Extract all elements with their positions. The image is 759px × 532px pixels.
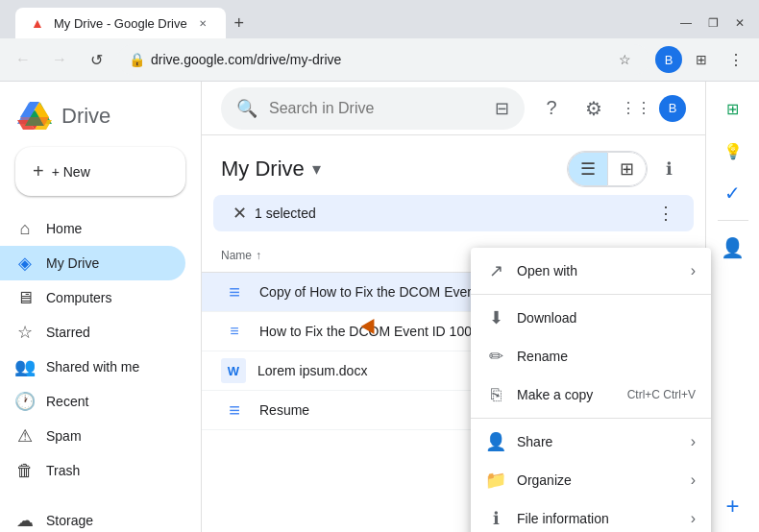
extensions-icon[interactable]: ⊞: [686, 44, 717, 75]
browser-chrome: ▲ My Drive - Google Drive ✕ + — ❐ ✕ ← → …: [0, 0, 759, 82]
sidebar-item-home[interactable]: ⌂ Home: [0, 211, 185, 246]
menu-item-open-with[interactable]: ↗ Open with ›: [471, 252, 711, 290]
grid-view-icon: ⊞: [620, 158, 634, 180]
contacts-icon[interactable]: 👤: [714, 229, 752, 267]
download-icon: ⬇: [486, 308, 505, 327]
sidebar-item-label-my-drive: My Drive: [46, 255, 99, 271]
bookmark-icon[interactable]: ☆: [611, 46, 638, 73]
menu-item-label: Download: [517, 310, 696, 326]
sidebar-item-starred[interactable]: ☆ Starred: [0, 315, 185, 350]
help-button[interactable]: ?: [532, 89, 571, 128]
right-sidebar: ⊞ 💡 ✓ 👤 +: [705, 82, 759, 532]
sheets-icon[interactable]: ⊞: [714, 89, 752, 128]
menu-item-label: Rename: [517, 349, 696, 364]
tab-close-button[interactable]: ✕: [195, 15, 210, 31]
copy-icon: ⎘: [486, 385, 505, 404]
info-button[interactable]: ℹ: [651, 152, 686, 186]
tab-favicon: ▲: [31, 15, 46, 31]
minimize-button[interactable]: —: [674, 12, 698, 35]
storage-icon: ☁: [15, 511, 35, 530]
add-apps-button[interactable]: +: [714, 487, 752, 525]
browser-menu-button[interactable]: ⋮: [721, 44, 751, 75]
new-button-label: + New: [52, 164, 90, 180]
selection-bar: ✕ 1 selected ⋮: [213, 195, 694, 231]
menu-item-file-information[interactable]: ℹ File information ›: [471, 499, 711, 532]
search-bar[interactable]: 🔍 ⊟: [221, 87, 525, 130]
page-title: My Drive: [221, 157, 305, 181]
sidebar-item-spam[interactable]: ⚠ Spam: [0, 419, 185, 453]
filter-icon[interactable]: ⊟: [495, 98, 509, 119]
sidebar-item-shared-with-me[interactable]: 👥 Shared with me: [0, 350, 185, 384]
file-icon: ≡: [221, 278, 248, 305]
apps-button[interactable]: ⋮⋮: [617, 89, 655, 128]
settings-button[interactable]: ⚙: [575, 89, 613, 128]
list-view-button[interactable]: ☰: [568, 152, 607, 186]
window-controls: — ❐ ✕: [674, 12, 751, 35]
menu-item-download[interactable]: ⬇ Download: [471, 299, 711, 337]
submenu-arrow: ›: [691, 433, 696, 450]
profile-avatar[interactable]: B: [659, 95, 686, 122]
tasks-icon[interactable]: ✓: [714, 174, 752, 212]
open-with-icon: ↗: [486, 261, 505, 280]
drive-logo: Drive: [0, 89, 201, 147]
right-sidebar-divider: [718, 220, 748, 221]
address-icons: ☆: [611, 46, 638, 73]
drive-header: 🔍 ⊟ ? ⚙ ⋮⋮ B: [202, 82, 705, 135]
close-button[interactable]: ✕: [728, 12, 751, 35]
spam-icon: ⚠: [15, 426, 35, 446]
new-button[interactable]: + + New: [15, 147, 185, 196]
selection-count: 1 selected: [255, 206, 649, 221]
sidebar-item-my-drive[interactable]: ◈ My Drive: [0, 246, 185, 280]
keep-icon[interactable]: 💡: [714, 132, 752, 170]
list-view-icon: ☰: [580, 158, 596, 180]
home-icon: ⌂: [15, 219, 35, 238]
sidebar-item-label-computers: Computers: [46, 290, 111, 305]
computers-icon: 🖥: [15, 288, 35, 307]
sidebar-item-storage[interactable]: ☁ Storage: [0, 503, 185, 532]
submenu-arrow: ›: [691, 472, 696, 489]
sidebar-item-label-recent: Recent: [46, 394, 88, 409]
selection-more-button[interactable]: ⋮: [657, 203, 674, 224]
new-tab-button[interactable]: +: [226, 10, 253, 36]
file-icon: ≡: [221, 397, 248, 423]
restore-button[interactable]: ❐: [701, 12, 724, 35]
search-icon: 🔍: [236, 98, 257, 119]
sidebar-item-computers[interactable]: 🖥 Computers: [0, 280, 185, 315]
search-input[interactable]: [269, 100, 483, 117]
content-header: My Drive ▾ ☰ ⊞ ℹ: [202, 135, 705, 195]
selection-close-button[interactable]: ✕: [233, 203, 247, 224]
menu-item-rename[interactable]: ✏ Rename: [471, 337, 711, 375]
tab-bar: ▲ My Drive - Google Drive ✕ + — ❐ ✕: [0, 0, 759, 38]
sidebar-item-label-home: Home: [46, 221, 82, 236]
browser-action-icons: B ⊞ ⋮: [655, 44, 751, 75]
sidebar: Drive + + New ⌂ Home ◈ My Drive 🖥 Comput…: [0, 82, 202, 532]
submenu-arrow: ›: [691, 262, 696, 279]
title-dropdown-icon[interactable]: ▾: [312, 158, 321, 180]
back-button[interactable]: ←: [8, 44, 38, 75]
address-bar[interactable]: 🔒 drive.google.com/drive/my-drive ☆: [117, 44, 649, 75]
file-icon: ≡: [221, 318, 248, 345]
shared-icon: 👥: [15, 357, 35, 376]
sidebar-item-label-trash: Trash: [46, 463, 80, 478]
menu-item-share[interactable]: 👤 Share ›: [471, 423, 711, 461]
menu-item-organize[interactable]: 📁 Organize ›: [471, 461, 711, 499]
lock-icon: 🔒: [129, 52, 145, 67]
active-tab[interactable]: ▲ My Drive - Google Drive ✕: [15, 8, 226, 38]
sidebar-item-trash[interactable]: 🗑 Trash: [0, 453, 185, 488]
grid-view-button[interactable]: ⊞: [607, 152, 647, 186]
address-text: drive.google.com/drive/my-drive: [151, 52, 605, 67]
drive-logo-icon: [15, 97, 54, 135]
forward-button[interactable]: →: [44, 44, 75, 75]
context-menu: ↗ Open with › ⬇ Download ✏ Rename ⎘ Make…: [471, 248, 711, 532]
menu-item-make-copy[interactable]: ⎘ Make a copy Ctrl+C Ctrl+V: [471, 375, 711, 414]
share-icon: 👤: [486, 432, 505, 451]
profile-button[interactable]: B: [655, 46, 682, 73]
content-title: My Drive ▾: [221, 157, 321, 181]
menu-item-label: Share: [517, 434, 679, 449]
sidebar-item-label-shared: Shared with me: [46, 359, 139, 375]
sidebar-item-recent[interactable]: 🕐 Recent: [0, 384, 185, 419]
refresh-button[interactable]: ↺: [81, 44, 111, 75]
address-bar-row: ← → ↺ 🔒 drive.google.com/drive/my-drive …: [0, 38, 759, 81]
rename-icon: ✏: [486, 347, 505, 366]
organize-icon: 📁: [486, 471, 505, 490]
